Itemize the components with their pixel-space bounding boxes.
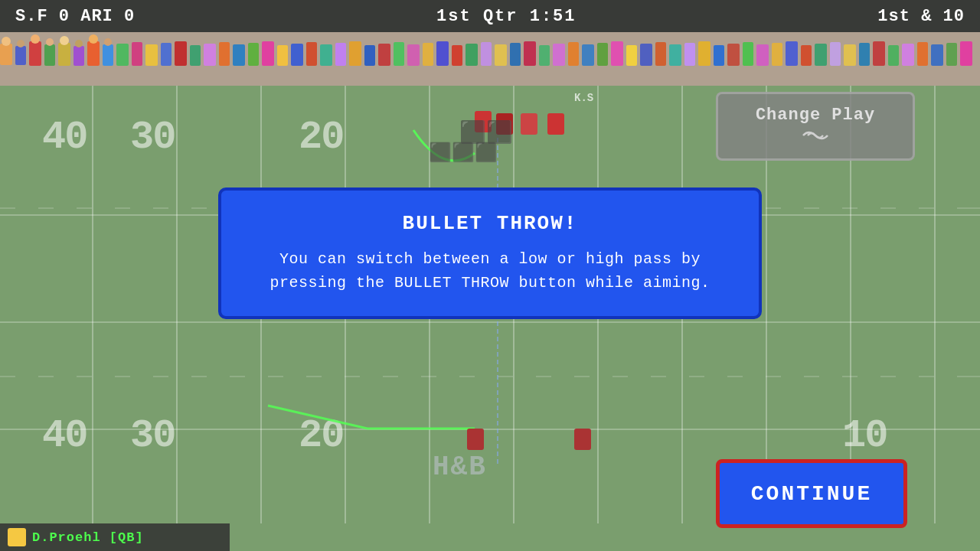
svg-rect-103 [698, 41, 710, 66]
svg-rect-115 [873, 41, 885, 66]
change-play-icon [802, 128, 829, 148]
svg-rect-57 [29, 41, 41, 66]
svg-rect-113 [844, 44, 856, 66]
svg-rect-73 [262, 41, 274, 66]
player-pixel [467, 429, 484, 450]
svg-rect-68 [190, 45, 201, 66]
svg-rect-58 [44, 44, 55, 66]
tutorial-dialog: BULLET THROW! You can switch between a l… [218, 187, 762, 319]
svg-rect-116 [888, 45, 899, 66]
svg-rect-90 [510, 43, 521, 66]
svg-rect-62 [103, 44, 113, 66]
svg-rect-77 [320, 44, 332, 66]
svg-rect-70 [219, 42, 230, 66]
svg-rect-109 [786, 41, 798, 66]
hud-top: S.F 0 ARI 0 1st Qtr 1:51 1st & 10 [0, 0, 980, 32]
player-name: D.Proehl [QB] [32, 530, 144, 545]
svg-rect-86 [452, 45, 462, 66]
svg-rect-96 [597, 43, 608, 66]
svg-rect-80 [364, 45, 375, 66]
svg-rect-120 [946, 43, 957, 66]
svg-rect-75 [291, 44, 303, 66]
field-label-hb: H&B [433, 452, 487, 483]
svg-rect-56 [15, 46, 26, 65]
svg-point-127 [75, 40, 83, 47]
quarter-time-display: 1st Qtr 1:51 [436, 7, 576, 26]
svg-rect-88 [481, 42, 492, 66]
svg-rect-105 [727, 44, 740, 66]
svg-rect-92 [539, 45, 550, 66]
svg-rect-74 [277, 45, 288, 66]
tutorial-body: You can switch between a low or high pas… [249, 247, 731, 295]
crowd-strip [0, 32, 980, 86]
svg-rect-89 [495, 44, 507, 66]
svg-rect-112 [830, 42, 841, 66]
svg-rect-76 [306, 42, 317, 66]
player-pixel [574, 429, 591, 450]
svg-rect-101 [669, 44, 681, 66]
player-pixel [475, 111, 492, 132]
player-info-bar: D.Proehl [QB] [0, 523, 230, 551]
svg-point-128 [89, 34, 98, 44]
svg-rect-66 [161, 43, 172, 66]
svg-rect-95 [582, 44, 594, 66]
svg-rect-118 [917, 42, 928, 66]
player-pixel [521, 113, 537, 135]
svg-rect-87 [466, 44, 478, 66]
svg-rect-82 [394, 42, 404, 66]
svg-rect-61 [87, 41, 100, 66]
svg-rect-78 [335, 43, 346, 66]
svg-point-123 [17, 40, 24, 47]
svg-rect-98 [626, 45, 637, 66]
svg-rect-65 [145, 44, 158, 66]
player-label-ks: K.S [574, 92, 593, 104]
svg-point-122 [2, 37, 11, 46]
svg-rect-102 [684, 43, 695, 66]
svg-rect-107 [756, 44, 769, 66]
svg-rect-108 [772, 43, 782, 66]
score-display: S.F 0 ARI 0 [15, 7, 135, 26]
svg-rect-94 [568, 42, 579, 66]
svg-rect-93 [553, 44, 565, 66]
svg-point-129 [104, 38, 112, 46]
svg-rect-106 [743, 42, 753, 66]
continue-button[interactable]: CONTINUE [716, 459, 907, 528]
svg-rect-59 [58, 43, 70, 66]
svg-rect-60 [74, 46, 84, 66]
svg-rect-64 [132, 42, 142, 66]
svg-rect-111 [815, 44, 827, 66]
change-play-button[interactable]: Change Play [716, 92, 915, 161]
svg-rect-114 [859, 43, 870, 66]
svg-rect-117 [902, 44, 914, 66]
svg-point-125 [46, 38, 54, 46]
svg-rect-110 [801, 45, 812, 66]
svg-rect-100 [655, 42, 666, 66]
svg-rect-121 [960, 41, 972, 66]
player-pixel [496, 113, 513, 135]
crowd-svg [0, 32, 980, 86]
tutorial-title: BULLET THROW! [249, 212, 731, 235]
svg-rect-72 [248, 43, 259, 66]
svg-rect-63 [116, 44, 129, 66]
change-play-label: Change Play [756, 106, 875, 125]
svg-rect-119 [931, 44, 943, 66]
svg-rect-67 [175, 41, 187, 66]
svg-rect-85 [436, 41, 449, 66]
svg-rect-69 [204, 44, 216, 66]
player-pixel [547, 113, 564, 135]
svg-rect-104 [714, 45, 724, 66]
svg-rect-83 [407, 44, 420, 66]
svg-rect-84 [423, 43, 433, 66]
svg-rect-97 [611, 41, 623, 66]
svg-rect-99 [640, 44, 652, 66]
svg-rect-71 [233, 44, 245, 66]
player-avatar [8, 528, 26, 546]
svg-rect-79 [349, 41, 361, 66]
svg-rect-91 [524, 41, 536, 66]
svg-rect-55 [0, 44, 12, 65]
svg-rect-81 [378, 44, 390, 66]
svg-point-126 [60, 36, 69, 45]
down-distance-display: 1st & 10 [877, 7, 965, 26]
continue-label: CONTINUE [751, 482, 872, 506]
svg-point-124 [31, 34, 40, 44]
